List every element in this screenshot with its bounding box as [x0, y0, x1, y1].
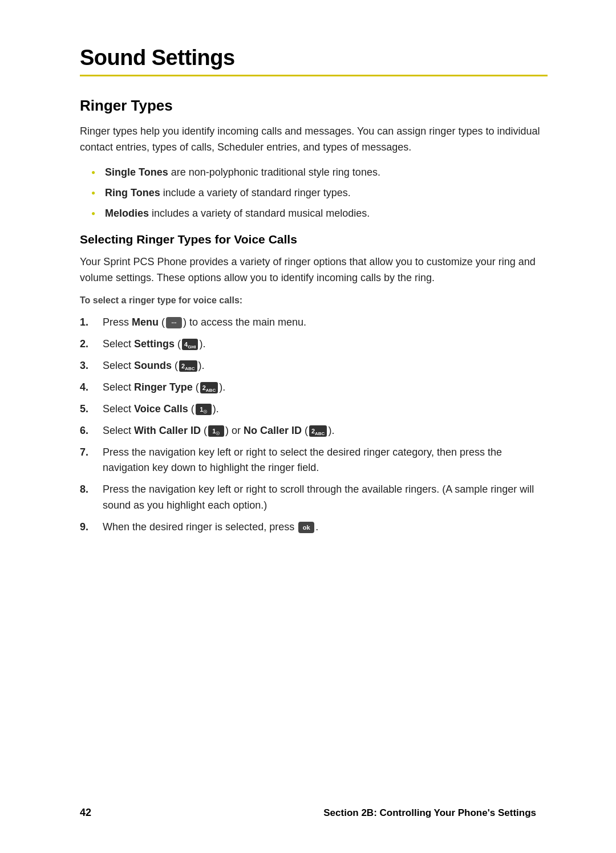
subsection-heading: Selecting Ringer Types for Voice Calls: [80, 233, 548, 246]
ok-icon: ok: [298, 522, 314, 533]
step-9-num: 9.: [80, 519, 88, 535]
step-5: 5. Select Voice Calls (1☉).: [80, 401, 548, 417]
step-4-text: Select Ringer Type (2ABC).: [103, 381, 225, 393]
list-item: Melodies includes a variety of standard …: [91, 206, 548, 222]
sounds-icon: 2ABC: [179, 360, 197, 372]
ringer-type-icon: 2ABC: [200, 382, 218, 393]
page-title: Sound Settings: [80, 46, 548, 70]
page-footer: 42 Section 2B: Controlling Your Phone's …: [0, 807, 616, 819]
step-9: 9. When the desired ringer is selected, …: [80, 519, 548, 535]
ringer-types-heading: Ringer Types: [80, 97, 548, 115]
title-underline: [80, 75, 548, 76]
bullet-list: Single Tones are non-polyphonic traditio…: [91, 165, 548, 222]
menu-icon: ···: [166, 317, 182, 328]
step-6-num: 6.: [80, 423, 88, 439]
step-7-num: 7.: [80, 445, 88, 461]
step-1-text: Press Menu (···) to access the main menu…: [103, 316, 306, 328]
bullet-text-1: are non-polyphonic traditional style rin…: [168, 166, 380, 178]
steps-list: 1. Press Menu (···) to access the main m…: [80, 315, 548, 535]
step-4: 4. Select Ringer Type (2ABC).: [80, 380, 548, 396]
step-2-text: Select Settings (4GHI).: [103, 338, 205, 350]
bullet-text-3: includes a variety of standard musical m…: [149, 208, 370, 219]
step-8-text: Press the navigation key left or right t…: [103, 484, 534, 511]
step-3: 3. Select Sounds (2ABC).: [80, 358, 548, 374]
page-container: Sound Settings Ringer Types Ringer types…: [0, 0, 616, 592]
step-6-bold2: No Caller ID: [244, 425, 302, 436]
step-5-num: 5.: [80, 401, 88, 417]
list-item: Single Tones are non-polyphonic traditio…: [91, 165, 548, 181]
step-1-num: 1.: [80, 315, 88, 331]
bullet-bold-1: Single Tones: [105, 166, 168, 178]
step-3-text: Select Sounds (2ABC).: [103, 360, 205, 371]
step-2: 2. Select Settings (4GHI).: [80, 336, 548, 352]
page-number: 42: [80, 807, 91, 819]
step-9-text: When the desired ringer is selected, pre…: [103, 521, 318, 533]
step-8-num: 8.: [80, 482, 88, 498]
step-6-text: Select With Caller ID (1☉) or No Caller …: [103, 425, 334, 436]
step-1: 1. Press Menu (···) to access the main m…: [80, 315, 548, 331]
step-5-text: Select Voice Calls (1☉).: [103, 403, 219, 415]
step-5-bold: Voice Calls: [134, 403, 188, 415]
footer-section-label: Section 2B: Controlling Your Phone's Set…: [323, 807, 536, 819]
bullet-bold-3: Melodies: [105, 208, 149, 219]
step-3-bold: Sounds: [134, 360, 172, 371]
bullet-bold-2: Ring Tones: [105, 187, 160, 198]
step-6: 6. Select With Caller ID (1☉) or No Call…: [80, 423, 548, 439]
voice-calls-icon: 1☉: [196, 404, 212, 415]
instruction-label: To select a ringer type for voice calls:: [80, 295, 548, 306]
step-2-num: 2.: [80, 336, 88, 352]
step-8: 8. Press the navigation key left or righ…: [80, 482, 548, 514]
step-1-bold: Menu: [132, 316, 159, 328]
step-7: 7. Press the navigation key left or righ…: [80, 445, 548, 477]
selecting-intro: Your Sprint PCS Phone provides a variety…: [80, 254, 548, 286]
no-caller-id-icon: 2ABC: [309, 425, 327, 437]
settings-icon: 4GHI: [182, 339, 198, 350]
step-7-text: Press the navigation key left or right t…: [103, 446, 502, 474]
list-item: Ring Tones include a variety of standard…: [91, 185, 548, 201]
ringer-types-intro: Ringer types help you identify incoming …: [80, 124, 548, 156]
step-2-bold: Settings: [134, 338, 175, 350]
step-3-num: 3.: [80, 358, 88, 374]
with-caller-id-icon: 1☉: [208, 425, 224, 437]
bullet-text-2: include a variety of standard ringer typ…: [160, 187, 351, 198]
step-4-num: 4.: [80, 380, 88, 396]
step-6-bold1: With Caller ID: [134, 425, 201, 436]
step-4-bold: Ringer Type: [134, 381, 193, 393]
